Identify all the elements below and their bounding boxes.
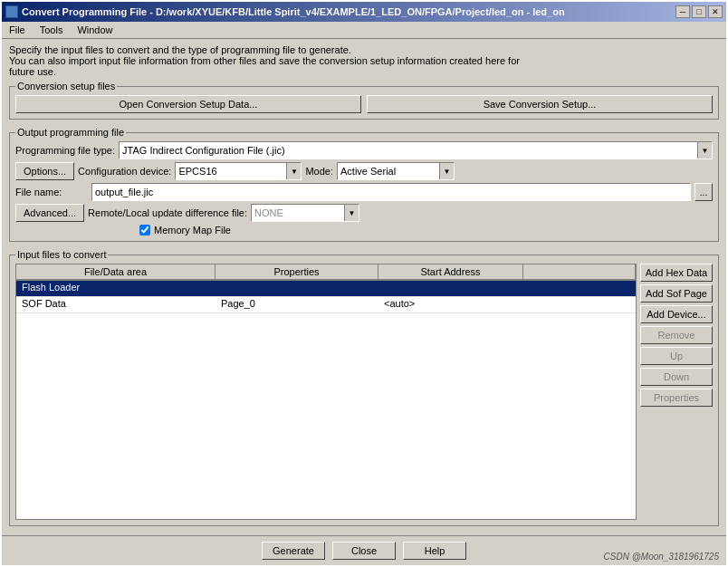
bottom-bar: Generate Close Help CSDN @Moon_318196172… (2, 535, 726, 565)
options-button[interactable]: Options... (15, 162, 74, 180)
table-body[interactable]: Flash Loader SOF Data Page_0 <auto> (15, 281, 637, 520)
conversion-setup-legend: Conversion setup files (15, 81, 117, 91)
col-properties: Properties (216, 264, 378, 279)
prog-file-type-value: JTAG Indirect Configuration File (.jic) (120, 144, 697, 157)
mode-arrow[interactable]: ▼ (439, 163, 454, 179)
input-files-table-section: File/Data area Properties Start Address … (15, 264, 637, 520)
mode-combo[interactable]: Active Serial ▼ (337, 162, 455, 180)
file-name-label: File name: (15, 187, 88, 197)
config-device-value: EPCS16 (176, 165, 286, 178)
memory-map-label[interactable]: Memory Map File (154, 225, 231, 235)
row2-area: SOF Data (16, 297, 216, 312)
prog-file-type-arrow[interactable]: ▼ (697, 142, 712, 159)
output-programming-group: Output programming file Programming file… (9, 127, 719, 242)
save-conversion-button[interactable]: Save Conversion Setup... (367, 95, 713, 113)
up-button[interactable]: Up (640, 347, 713, 365)
down-button[interactable]: Down (640, 368, 713, 386)
config-device-arrow[interactable]: ▼ (286, 163, 301, 179)
remote-local-arrow[interactable]: ▼ (344, 205, 359, 221)
side-buttons: Add Hex Data Add Sof Page Add Device... … (640, 264, 713, 520)
remote-local-label: Remote/Local update difference file: (88, 207, 247, 218)
close-button[interactable]: ✕ (708, 5, 723, 18)
config-device-label: Configuration device: (78, 166, 171, 177)
remove-button[interactable]: Remove (640, 326, 713, 344)
col-start-address: Start Address (378, 264, 523, 279)
add-hex-button[interactable]: Add Hex Data (640, 264, 713, 282)
title-bar: Convert Programming File - D:/work/XYUE/… (2, 2, 726, 22)
properties-button[interactable]: Properties (640, 389, 713, 407)
menu-bar: File Tools Window (2, 22, 726, 39)
row2-start: <auto> (378, 297, 523, 312)
advanced-button[interactable]: Advanced... (15, 204, 84, 222)
row1-props (216, 281, 378, 296)
add-device-button[interactable]: Add Device... (640, 305, 713, 323)
file-name-input[interactable]: output_file.jic (91, 183, 691, 201)
maximize-button[interactable]: □ (692, 5, 706, 18)
memory-map-checkbox[interactable] (139, 225, 150, 235)
menu-file[interactable]: File (5, 24, 29, 36)
menu-tools[interactable]: Tools (36, 24, 67, 36)
close-bottom-button[interactable]: Close (332, 542, 396, 560)
output-programming-legend: Output programming file (15, 127, 126, 138)
col-file-data-area: File/Data area (16, 264, 216, 279)
mode-label: Mode: (305, 166, 333, 177)
browse-button[interactable]: ... (694, 183, 713, 201)
intro-text: Specify the input files to convert and t… (9, 44, 719, 77)
menu-window[interactable]: Window (73, 24, 116, 36)
config-device-combo[interactable]: EPCS16 ▼ (175, 162, 302, 180)
minimize-button[interactable]: ─ (675, 5, 690, 18)
open-conversion-button[interactable]: Open Conversion Setup Data... (15, 95, 361, 113)
prog-file-type-combo[interactable]: JTAG Indirect Configuration File (.jic) … (119, 141, 713, 159)
prog-file-type-label: Programming file type: (15, 145, 115, 156)
remote-local-value: NONE (252, 207, 344, 219)
row1-area: Flash Loader (16, 281, 216, 296)
row2-extra (523, 297, 636, 312)
main-window: Convert Programming File - D:/work/XYUE/… (0, 0, 728, 567)
mode-value: Active Serial (338, 165, 439, 178)
help-button[interactable]: Help (403, 542, 466, 560)
window-title: Convert Programming File - D:/work/XYUE/… (22, 6, 565, 17)
col-extra (523, 264, 636, 279)
content-area: Specify the input files to convert and t… (2, 39, 726, 535)
watermark: CSDN @Moon_3181961725 (604, 552, 719, 562)
generate-button[interactable]: Generate (262, 542, 325, 560)
row1-start (378, 281, 523, 296)
row2-props: Page_0 (216, 297, 378, 312)
remote-local-combo[interactable]: NONE ▼ (251, 204, 359, 222)
table-row[interactable]: Flash Loader (16, 281, 636, 297)
table-header: File/Data area Properties Start Address (15, 264, 637, 281)
row1-extra (523, 281, 636, 296)
table-row[interactable]: SOF Data Page_0 <auto> (16, 297, 636, 313)
input-files-legend: Input files to convert (15, 249, 108, 260)
window-icon (5, 5, 18, 18)
input-files-group: Input files to convert File/Data area Pr… (9, 249, 719, 526)
conversion-setup-group: Conversion setup files Open Conversion S… (9, 81, 719, 120)
add-sof-button[interactable]: Add Sof Page (640, 284, 713, 303)
